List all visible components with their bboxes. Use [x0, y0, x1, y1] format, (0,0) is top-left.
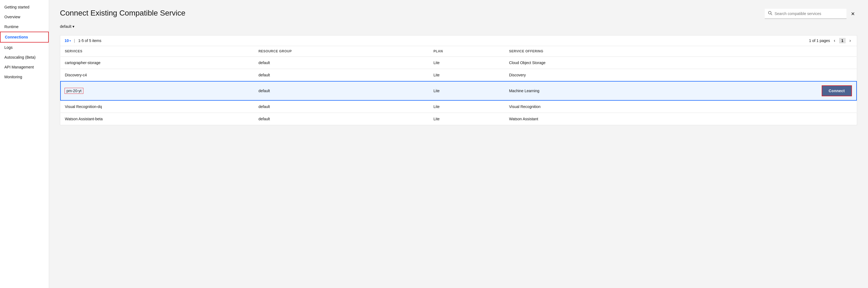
chevron-left-icon: ‹: [834, 38, 835, 43]
service-name-highlighted: pm-20-yt: [65, 88, 83, 94]
close-button[interactable]: ✕: [849, 10, 857, 18]
page-title: Connect Existing Compatible Service: [60, 9, 186, 18]
action-cell: [693, 100, 857, 113]
pagination-bar: 10 ▾ | 1-5 of 5 items 1 of 1 pages ‹ 1 ›: [60, 35, 857, 46]
col-header-service-offering: SERVICE OFFERING: [504, 46, 692, 57]
sidebar-item-api-management[interactable]: API Management: [0, 62, 49, 72]
sidebar-item-autoscaling[interactable]: Autoscaling (Beta): [0, 52, 49, 62]
page-info: 1 of 1 pages: [809, 38, 830, 43]
content-area: default ▾ 10 ▾ | 1-5 of 5 items 1 of 1 p…: [49, 23, 868, 288]
table-row[interactable]: Watson Assistant-betadefaultLiteWatson A…: [60, 113, 857, 125]
table-row[interactable]: Discovery-c4defaultLiteDiscovery: [60, 69, 857, 82]
sidebar-item-getting-started[interactable]: Getting started: [0, 2, 49, 12]
plan-cell: Lite: [429, 113, 504, 125]
resource-group-cell: default: [254, 81, 429, 100]
service-name-cell: cartographer-storage: [60, 57, 254, 69]
col-header-action: [693, 46, 857, 57]
table-row[interactable]: Visual Recognition-dqdefaultLiteVisual R…: [60, 100, 857, 113]
filter-label: default: [60, 24, 71, 29]
plan-cell: Lite: [429, 69, 504, 82]
action-cell: Connect: [693, 81, 857, 100]
sidebar-item-overview[interactable]: Overview: [0, 12, 49, 22]
sidebar-item-runtime[interactable]: Runtime: [0, 22, 49, 32]
plan-cell: Lite: [429, 100, 504, 113]
service-offering-cell: Discovery: [504, 69, 692, 82]
pagination-right: 1 of 1 pages ‹ 1 ›: [809, 38, 852, 44]
col-header-services: SERVICES: [60, 46, 254, 57]
service-name-cell: Watson Assistant-beta: [60, 113, 254, 125]
services-table: SERVICESRESOURCE GROUPPLANSERVICE OFFERI…: [60, 46, 857, 125]
service-offering-cell: Watson Assistant: [504, 113, 692, 125]
resource-group-cell: default: [254, 100, 429, 113]
search-icon: [768, 11, 772, 17]
plan-cell: Lite: [429, 57, 504, 69]
service-offering-cell: Visual Recognition: [504, 100, 692, 113]
sidebar-item-logs[interactable]: Logs: [0, 42, 49, 52]
service-name-cell: pm-20-yt: [60, 81, 254, 100]
resource-group-cell: default: [254, 113, 429, 125]
range-text: 1-5 of 5 items: [78, 38, 101, 43]
filter-dropdown[interactable]: default ▾: [60, 23, 74, 30]
table-row[interactable]: pm-20-ytdefaultLiteMachine LearningConne…: [60, 81, 857, 100]
chevron-down-icon: ▾: [72, 24, 74, 29]
resource-group-cell: default: [254, 69, 429, 82]
next-page-button[interactable]: ›: [848, 38, 852, 44]
separator: |: [74, 38, 75, 43]
close-icon: ✕: [851, 11, 855, 17]
service-offering-cell: Machine Learning: [504, 81, 692, 100]
items-per-page-chevron-icon: ▾: [69, 39, 71, 42]
page-header: Connect Existing Compatible Service ✕: [49, 0, 868, 23]
table-header: SERVICESRESOURCE GROUPPLANSERVICE OFFERI…: [60, 46, 857, 57]
sidebar: Getting startedOverviewRuntimeConnection…: [0, 0, 49, 288]
action-cell: [693, 69, 857, 82]
pagination-left: 10 ▾ | 1-5 of 5 items: [65, 38, 101, 43]
col-header-resource-group: RESOURCE GROUP: [254, 46, 429, 57]
prev-page-button[interactable]: ‹: [832, 38, 837, 44]
col-header-plan: PLAN: [429, 46, 504, 57]
search-input[interactable]: [775, 11, 843, 16]
table-body: cartographer-storagedefaultLiteCloud Obj…: [60, 57, 857, 125]
service-offering-cell: Cloud Object Storage: [504, 57, 692, 69]
main-content: Connect Existing Compatible Service ✕ de…: [49, 0, 868, 288]
header-actions: ✕: [765, 9, 857, 19]
table-row[interactable]: cartographer-storagedefaultLiteCloud Obj…: [60, 57, 857, 69]
action-cell: [693, 113, 857, 125]
service-name-cell: Visual Recognition-dq: [60, 100, 254, 113]
connect-button[interactable]: Connect: [822, 85, 852, 96]
action-cell: [693, 57, 857, 69]
items-per-page[interactable]: 10 ▾: [65, 38, 71, 43]
table-container: 10 ▾ | 1-5 of 5 items 1 of 1 pages ‹ 1 ›: [60, 35, 857, 125]
plan-cell: Lite: [429, 81, 504, 100]
filter-row: default ▾: [60, 23, 857, 30]
current-page: 1: [839, 38, 846, 44]
chevron-right-icon: ›: [849, 38, 851, 43]
items-per-page-number: 10: [65, 38, 69, 43]
svg-line-1: [771, 14, 772, 15]
sidebar-item-monitoring[interactable]: Monitoring: [0, 72, 49, 82]
search-bar: [765, 9, 846, 19]
service-name-cell: Discovery-c4: [60, 69, 254, 82]
resource-group-cell: default: [254, 57, 429, 69]
sidebar-item-connections[interactable]: Connections: [0, 32, 49, 42]
